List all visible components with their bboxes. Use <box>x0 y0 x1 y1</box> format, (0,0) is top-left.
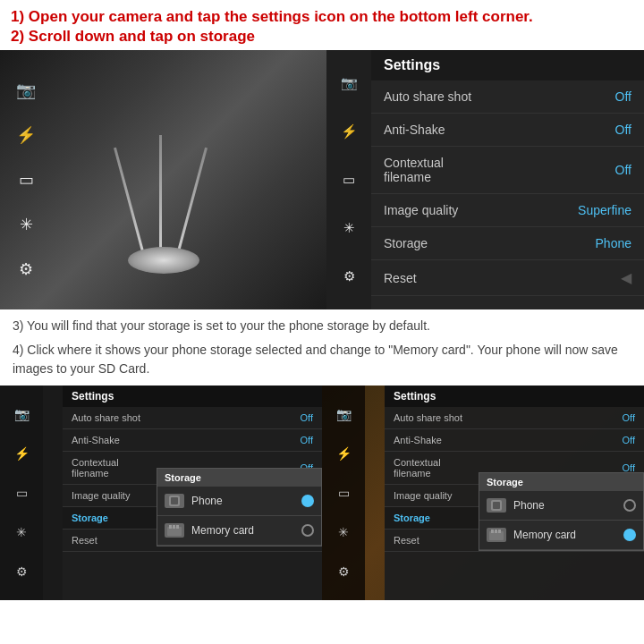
phone-storage-icon-left <box>165 494 184 508</box>
tripod-line-1 <box>114 148 144 252</box>
svg-rect-9 <box>491 530 494 533</box>
mini-label-image-quality: Image quality <box>72 490 130 501</box>
storage-popup-title-right: Storage <box>479 473 643 491</box>
step4-text: 4) Click where it shows your phone stora… <box>13 341 631 378</box>
mini-label-anti-shake: Anti-Shake <box>72 435 120 445</box>
camera-icon[interactable]: 📷 <box>10 74 42 106</box>
step3-text: 3) You will find that your storage is se… <box>13 317 631 335</box>
flash-icon-settings[interactable]: ⚡ <box>333 115 365 148</box>
flash-icon[interactable]: ⚡ <box>10 119 42 151</box>
instructions-top: 1) Open your camera and tap the settings… <box>0 0 644 50</box>
camera-icon-settings[interactable]: 📷 <box>333 67 365 99</box>
storage-popup-left: Storage Phone <box>157 468 322 547</box>
mini-settings-right: Settings Auto share shot Off Anti-Shake … <box>385 386 644 600</box>
settings-label-anti-shake: Anti-Shake <box>384 123 445 137</box>
settings-icon-cam[interactable]: ⚙ <box>10 253 42 285</box>
mini-label-storage: Storage <box>72 513 108 523</box>
tripod-disc <box>128 247 199 274</box>
mini-label-reset: Reset <box>72 535 97 546</box>
mini-label-auto-share: Auto share shot <box>72 412 140 423</box>
bottom-panel-left: 📷 ⚡ ▭ ✳ ⚙ Settings Auto share shot Off A… <box>0 386 322 600</box>
svg-rect-5 <box>176 525 179 529</box>
settings-label-reset: Reset <box>384 271 417 285</box>
settings-label-auto-share: Auto share shot <box>384 89 471 104</box>
mini-value-anti-shake: Off <box>301 435 313 445</box>
mini-enhance-icon[interactable]: ✳ <box>16 525 27 539</box>
mini-camera-icon-right[interactable]: 📷 <box>336 407 352 421</box>
settings-value-anti-shake: Off <box>615 123 631 137</box>
mini-settings-left: Settings Auto share shot Off Anti-Shake … <box>63 386 322 600</box>
settings-value-storage: Phone <box>596 236 631 250</box>
settings-area-top: 📷 ⚡ ▭ ✳ ⚙ Settings Auto share shot Off A… <box>326 50 644 309</box>
mini-label-auto-share-right: Auto share shot <box>394 412 462 423</box>
step2-text: 2) Scroll down and tap on storage <box>11 27 633 47</box>
settings-label-image-quality: Image quality <box>384 203 458 217</box>
settings-value-contextual: Off <box>615 163 631 177</box>
settings-label-contextual: Contextualfilename <box>384 156 444 184</box>
memcard-storage-icon-left <box>165 523 184 538</box>
mini-gear-icon[interactable]: ⚙ <box>16 564 28 579</box>
storage-option-memcard-left[interactable]: Memory card <box>157 516 321 546</box>
mini-label-image-quality-right: Image quality <box>394 490 452 501</box>
settings-value-auto-share: Off <box>615 89 631 104</box>
storage-option-phone-left[interactable]: Phone <box>157 487 321 516</box>
mini-row-anti-shake[interactable]: Anti-Shake Off <box>63 429 322 452</box>
memcard-storage-label-left: Memory card <box>191 524 301 537</box>
settings-row-auto-share[interactable]: Auto share shot Off <box>371 80 644 114</box>
enhance-icon-settings[interactable]: ✳ <box>333 212 365 244</box>
mini-camera-icon[interactable]: 📷 <box>14 407 30 421</box>
storage-option-phone-right[interactable]: Phone <box>479 491 643 521</box>
phone-radio-right[interactable] <box>623 499 636 512</box>
bottom-row: 📷 ⚡ ▭ ✳ ⚙ Settings Auto share shot Off A… <box>0 386 644 600</box>
mini-flash-icon-right[interactable]: ⚡ <box>336 446 352 461</box>
mini-cam-sidebar-left: 📷 ⚡ ▭ ✳ ⚙ <box>0 386 43 600</box>
tripod-line-3 <box>177 148 208 252</box>
mini-value-auto-share: Off <box>301 412 313 423</box>
settings-row-image-quality[interactable]: Image quality Superfine <box>371 194 644 227</box>
settings-row-anti-shake[interactable]: Anti-Shake Off <box>371 114 644 147</box>
settings-row-reset[interactable]: Reset ◀ <box>371 260 644 296</box>
svg-rect-11 <box>498 530 501 533</box>
memcard-radio-right[interactable] <box>623 529 636 541</box>
storage-option-memcard-right[interactable]: Memory card <box>479 521 643 550</box>
mini-cam-sidebar-right: 📷 ⚡ ▭ ✳ ⚙ <box>322 386 365 600</box>
phone-storage-label-left: Phone <box>191 495 301 507</box>
gear-icon-settings[interactable]: ⚙ <box>333 260 365 292</box>
enhance-icon[interactable]: ✳ <box>10 208 42 241</box>
mini-label-contextual: Contextualfilename <box>72 457 119 479</box>
settings-sidebar-icons: 📷 ⚡ ▭ ✳ ⚙ <box>326 50 371 309</box>
mini-settings-title-right: Settings <box>385 386 644 407</box>
mini-label-reset-right: Reset <box>394 535 419 546</box>
mini-row-auto-share-right[interactable]: Auto share shot Off <box>385 407 644 429</box>
mini-row-anti-shake-right[interactable]: Anti-Shake Off <box>385 429 644 452</box>
mini-gear-icon-right[interactable]: ⚙ <box>338 564 350 579</box>
storage-popup-right: Storage Phone <box>479 472 644 551</box>
svg-rect-7 <box>493 502 500 509</box>
mini-label-storage-right: Storage <box>394 513 430 523</box>
aspect-ratio-icon[interactable]: ▭ <box>10 164 42 196</box>
mini-enhance-icon-right[interactable]: ✳ <box>338 525 349 539</box>
mini-label-contextual-right: Contextualfilename <box>394 457 441 479</box>
settings-row-contextual[interactable]: Contextualfilename Off <box>371 147 644 194</box>
phone-storage-icon-right <box>487 498 506 513</box>
mini-value-anti-shake-right: Off <box>623 435 635 445</box>
settings-row-storage[interactable]: Storage Phone <box>371 227 644 260</box>
instructions-middle: 3) You will find that your storage is se… <box>0 309 644 382</box>
svg-rect-4 <box>173 525 175 529</box>
mini-screen-icon[interactable]: ▭ <box>16 486 28 500</box>
settings-label-storage: Storage <box>384 236 428 250</box>
mini-settings-title-left: Settings <box>63 386 322 407</box>
memcard-radio-left[interactable] <box>301 524 314 537</box>
svg-rect-1 <box>171 497 178 504</box>
screen-icon-settings[interactable]: ▭ <box>333 164 365 196</box>
phone-radio-left[interactable] <box>301 495 314 507</box>
storage-popup-title-left: Storage <box>157 469 321 487</box>
mini-row-auto-share[interactable]: Auto share shot Off <box>63 407 322 429</box>
svg-rect-3 <box>169 525 172 529</box>
memcard-storage-icon-right <box>487 528 506 542</box>
step1-text: 1) Open your camera and tap the settings… <box>11 7 633 27</box>
settings-value-image-quality: Superfine <box>578 203 631 217</box>
mini-screen-icon-right[interactable]: ▭ <box>338 486 350 500</box>
mini-flash-icon[interactable]: ⚡ <box>14 446 30 461</box>
tripod-line-2 <box>159 135 162 251</box>
